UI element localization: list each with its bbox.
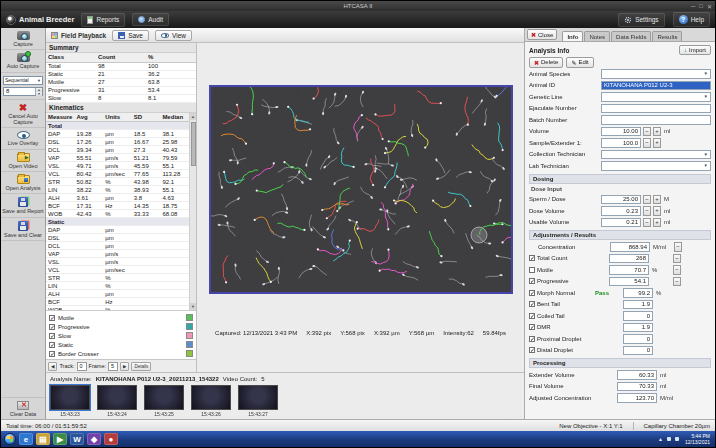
audit-button[interactable]: Audit (132, 13, 169, 26)
proximal-droplet-value[interactable]: 0 (623, 334, 653, 344)
checkbox-icon[interactable] (529, 267, 535, 273)
sidebar-item-live-overlay[interactable]: Live Overlay (1, 128, 45, 149)
scrollbar-thumb[interactable] (191, 122, 196, 166)
plus-button[interactable]: + (653, 195, 661, 205)
plus-button[interactable]: + (653, 206, 661, 216)
filter-row-static[interactable]: ✓Static (49, 340, 193, 349)
filter-row-border-crosser[interactable]: ✓Border Crosser (49, 349, 193, 358)
next-frame-button[interactable]: ▶ (120, 362, 129, 371)
sidebar-item-open-analysis[interactable]: Open Analysis (1, 172, 45, 194)
settings-button[interactable]: Settings (618, 13, 665, 27)
tab-data-fields[interactable]: Data Fields (611, 31, 651, 41)
checkbox-icon[interactable]: ✓ (529, 336, 535, 342)
tab-info[interactable]: Info (562, 31, 583, 41)
progressive-value[interactable]: 54.1 (609, 277, 649, 287)
close-window-button[interactable]: ✕ (707, 3, 712, 10)
reports-button[interactable]: Reports (81, 13, 125, 27)
plus-button[interactable]: + (653, 218, 661, 228)
ejaculate-number-input[interactable] (601, 104, 711, 114)
collection-technician-select[interactable]: ▼ (601, 150, 711, 160)
coiled-tail-value[interactable]: 0 (623, 311, 653, 321)
minus-button[interactable]: − (643, 206, 651, 216)
tab-results[interactable]: Results (652, 31, 682, 41)
plus-button[interactable]: + (653, 138, 661, 148)
animal-id-input[interactable]: KITANOHANA P012 U2-3 (601, 81, 711, 91)
tab-notes[interactable]: Notes (584, 31, 610, 41)
batch-number-input[interactable] (601, 115, 711, 125)
minimize-button[interactable]: ─ (691, 3, 695, 9)
minus-button[interactable]: − (643, 127, 651, 137)
adjust-minus-button[interactable]: − (673, 277, 681, 287)
sequential-mode-select[interactable]: Sequential ▼ (3, 76, 43, 85)
taskbar-icon-explorer[interactable]: ▤ (36, 433, 50, 445)
minus-button[interactable]: − (643, 138, 651, 148)
maximize-button[interactable]: □ (699, 3, 703, 9)
checkbox-icon[interactable]: ✓ (49, 351, 55, 357)
volume-input[interactable]: 10.00 (601, 127, 641, 137)
adjust-minus-button[interactable]: − (673, 265, 681, 275)
motile-value[interactable]: 70.7 (609, 265, 649, 275)
sidebar-item-save-and-report[interactable]: Save and Report (1, 194, 45, 217)
view-button[interactable]: View (155, 30, 192, 41)
scroll-down-icon[interactable]: ▼ (190, 303, 196, 310)
details-button[interactable]: Details (131, 362, 151, 371)
filter-row-progressive[interactable]: ✓Progressive (49, 322, 193, 331)
network-icon[interactable] (667, 437, 671, 441)
total-count-value[interactable]: 268 (609, 254, 649, 264)
edit-button[interactable]: ✎ Edit (566, 57, 593, 68)
adjust-minus-button[interactable]: − (673, 254, 681, 264)
checkbox-icon[interactable]: ✓ (49, 324, 55, 330)
spin-down-icon[interactable]: ▼ (36, 92, 42, 96)
plus-button[interactable]: + (653, 127, 661, 137)
delete-button[interactable]: ✖ Delete (529, 57, 563, 68)
checkbox-icon[interactable]: ✓ (49, 315, 55, 321)
sidebar-item-clear-data[interactable]: Clear Data (1, 397, 45, 419)
prev-track-button[interactable]: ◀ (48, 362, 57, 371)
bent-tail-value[interactable]: 1.9 (623, 300, 653, 310)
adjust-minus-button[interactable]: − (674, 242, 682, 252)
video-thumbnail[interactable]: 15:43:23 (50, 385, 90, 417)
concentration-value[interactable]: 868.94 (610, 242, 650, 252)
checkbox-icon[interactable]: ✓ (529, 347, 535, 353)
dose-volume-input[interactable]: 0.23 (601, 206, 641, 216)
checkbox-icon[interactable]: ✓ (529, 324, 535, 330)
morph-normal-value[interactable]: 99.2 (623, 288, 653, 298)
lab-technician-select[interactable]: ▼ (601, 161, 711, 171)
sidebar-item-cancel-auto-capture[interactable]: ✖ Cancel Auto Capture (1, 100, 45, 129)
distal-droplet-value[interactable]: 0 (623, 346, 653, 356)
checkbox-icon[interactable]: ✓ (529, 313, 535, 319)
taskbar-clock[interactable]: 5:44 PM 12/13/2021 (683, 433, 712, 445)
minus-button[interactable]: − (643, 218, 651, 228)
track-value[interactable]: 0 (77, 362, 87, 371)
checkbox-icon[interactable]: ✓ (529, 278, 535, 284)
sample-extender-1-input[interactable]: 100.0 (601, 138, 641, 148)
final-volume-value[interactable]: 70.33 (617, 382, 657, 392)
tray-expand-icon[interactable]: ▲ (658, 436, 663, 442)
sidebar-item-capture[interactable]: Capture (1, 28, 45, 50)
taskbar-icon-media[interactable]: ▶ (53, 433, 67, 445)
help-button[interactable]: ? Help (673, 12, 710, 27)
taskbar-icon-app1[interactable]: ◆ (87, 433, 101, 445)
filter-row-motile[interactable]: ✓Motile (49, 313, 193, 322)
animal-species-select[interactable]: ▼ (601, 69, 711, 79)
checkbox-icon[interactable]: ✓ (49, 342, 55, 348)
frame-value[interactable]: 5 (108, 362, 118, 371)
checkbox-icon[interactable]: ✓ (49, 333, 55, 339)
video-thumbnail[interactable]: 15:43:25 (144, 385, 184, 417)
usable-volume-input[interactable]: 0.21 (601, 218, 641, 228)
checkbox-icon[interactable]: ✓ (529, 301, 535, 307)
video-thumbnail[interactable]: 15:43:24 (97, 385, 137, 417)
sequential-count-stepper[interactable]: 8 ▲ ▼ (3, 87, 43, 96)
taskbar-icon-ie[interactable]: e (19, 433, 33, 445)
kinematics-scrollbar[interactable]: ▲ ▼ (189, 113, 196, 311)
genetic-line-select[interactable]: ▼ (601, 92, 711, 102)
start-button[interactable] (4, 433, 16, 445)
extender-volume-value[interactable]: 60.33 (617, 370, 657, 380)
checkbox-icon[interactable]: ✓ (529, 255, 535, 261)
sidebar-item-auto-capture[interactable]: Auto Capture (1, 50, 45, 72)
video-thumbnail[interactable]: 15:43:26 (191, 385, 231, 417)
adjusted-concentration-value[interactable]: 123.70 (617, 393, 657, 403)
minus-button[interactable]: − (643, 195, 651, 205)
sidebar-item-save-and-clear[interactable]: Save and Clear (1, 218, 45, 241)
dmr-value[interactable]: 1.9 (623, 323, 653, 333)
